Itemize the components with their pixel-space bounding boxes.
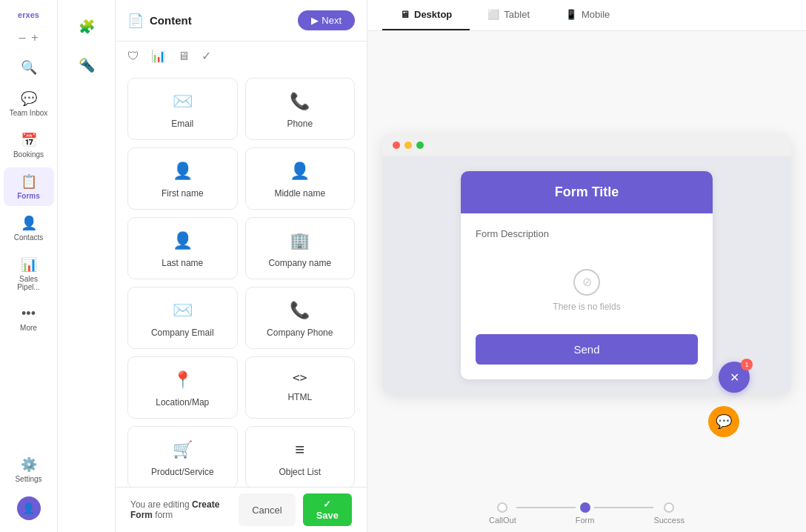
sidebar-item-bookings[interactable]: 📅 Bookings xyxy=(4,126,54,164)
save-button[interactable]: ✓ Save xyxy=(303,493,352,526)
sidebar-item-settings[interactable]: ⚙️ Settings xyxy=(4,450,54,489)
zoom-out-icon[interactable]: – xyxy=(19,31,25,44)
mobile-icon: 📱 xyxy=(565,9,577,20)
progress-steps: CallOut Form Success xyxy=(367,496,806,532)
field-card-company-email[interactable]: ✉️ Company Email xyxy=(127,287,238,349)
person-icon: 👤 xyxy=(173,162,193,181)
field-card-location-map[interactable]: 📍 Location/Map xyxy=(127,356,238,419)
tab-tablet[interactable]: ⬜ Tablet xyxy=(470,0,547,30)
field-card-phone[interactable]: 📞 Phone xyxy=(245,78,356,140)
sidebar-item-search[interactable]: 🔍 xyxy=(4,53,54,82)
step-label-success: Success xyxy=(653,516,685,525)
field-label: Product/Service xyxy=(151,467,214,477)
search-icon: 🔍 xyxy=(21,59,37,76)
step-success[interactable]: Success xyxy=(653,502,685,525)
next-arrow-icon: ▶ xyxy=(311,15,319,26)
field-label: Location/Map xyxy=(156,397,209,408)
tool-panel: 🧩 🔦 xyxy=(58,0,116,532)
sidebar-item-label: Contacts xyxy=(14,233,43,242)
x-button[interactable]: ✕ 1 xyxy=(719,362,750,393)
sidebar-item-sales-pipeline[interactable]: 📊 Sales Pipel... xyxy=(4,250,54,297)
monitor-icon[interactable]: 🖥 xyxy=(178,50,190,63)
browser-bar xyxy=(382,134,791,156)
tab-mobile[interactable]: 📱 Mobile xyxy=(547,0,627,30)
field-label: Phone xyxy=(287,119,313,129)
zoom-in-icon[interactable]: + xyxy=(31,31,38,44)
preview-content: Form Title Form Description ⊘ There is n… xyxy=(367,31,806,496)
field-label: HTML xyxy=(287,392,312,402)
browser-dot-yellow xyxy=(404,142,412,149)
content-title-row: 📄 Content xyxy=(127,13,192,29)
no-fields-text: There is no fields xyxy=(553,302,620,312)
sidebar-item-label: Forms xyxy=(17,192,40,200)
field-card-company-phone[interactable]: 📞 Company Phone xyxy=(245,287,356,349)
sidebar-item-team-inbox[interactable]: 💬 Team Inbox xyxy=(4,84,54,123)
field-card-object-list[interactable]: ≡ Object List xyxy=(245,426,356,487)
phone-icon: 📞 xyxy=(290,301,310,320)
avatar[interactable]: 👤 xyxy=(17,496,41,520)
cart-icon: 🛒 xyxy=(173,440,193,459)
field-label: Object List xyxy=(279,467,321,477)
x-icon: ✕ xyxy=(730,370,739,385)
field-label: Company name xyxy=(268,258,331,268)
list-icon: ≡ xyxy=(295,440,304,459)
bottom-bar: You are editing Create Form form Cancel … xyxy=(116,487,367,532)
app-logo: erxes xyxy=(12,7,45,22)
step-callout[interactable]: CallOut xyxy=(489,502,516,525)
field-card-email[interactable]: ✉️ Email xyxy=(127,78,238,140)
field-card-last-name[interactable]: 👤 Last name xyxy=(127,217,238,279)
building-icon: 🏢 xyxy=(290,231,310,250)
phone-icon: 📞 xyxy=(290,92,310,111)
cancel-button[interactable]: Cancel xyxy=(239,493,295,526)
person-icon: 👤 xyxy=(173,231,193,250)
next-button[interactable]: ▶ Next xyxy=(298,10,355,30)
form-card: Form Title Form Description ⊘ There is n… xyxy=(461,171,713,379)
preview-panel: 🖥 Desktop ⬜ Tablet 📱 Mobile xyxy=(367,0,806,532)
form-send-button[interactable]: Send xyxy=(476,334,698,365)
email-icon: ✉️ xyxy=(173,92,193,111)
puzzle-icon[interactable]: 🧩 xyxy=(72,12,101,41)
email-icon: ✉️ xyxy=(173,301,193,320)
form-title: Form Title xyxy=(461,171,713,213)
field-card-first-name[interactable]: 👤 First name xyxy=(127,147,238,210)
step-form[interactable]: Form xyxy=(576,502,595,525)
field-label: Middle name xyxy=(274,188,325,199)
sidebar-item-label: Team Inbox xyxy=(10,109,48,117)
preview-tabs: 🖥 Desktop ⬜ Tablet 📱 Mobile xyxy=(367,0,806,31)
zoom-controls: – + xyxy=(19,31,38,44)
browser-dot-green xyxy=(416,142,424,149)
form-body: Form Description ⊘ There is no fields Se… xyxy=(461,213,713,379)
sidebar-item-label: Sales Pipel... xyxy=(8,275,50,291)
field-label: Company Email xyxy=(151,327,214,338)
inbox-icon: 💬 xyxy=(21,90,37,107)
badge: 1 xyxy=(741,359,753,370)
lamp-icon[interactable]: 🔦 xyxy=(72,50,101,80)
step-label-callout: CallOut xyxy=(489,516,516,525)
content-icon: 📄 xyxy=(127,13,144,29)
field-card-product-service[interactable]: 🛒 Product/Service xyxy=(127,426,238,487)
form-no-fields: ⊘ There is no fields xyxy=(476,254,698,327)
check-icon[interactable]: ✓ xyxy=(202,49,211,63)
tab-desktop[interactable]: 🖥 Desktop xyxy=(382,0,470,30)
sidebar-item-more[interactable]: ••• More xyxy=(4,300,54,338)
shield-icon[interactable]: 🛡 xyxy=(127,50,139,63)
sidebar-item-contacts[interactable]: 👤 Contacts xyxy=(4,209,54,247)
browser-body: Form Title Form Description ⊘ There is n… xyxy=(382,156,791,394)
field-label: Company Phone xyxy=(267,327,333,338)
field-card-company-name[interactable]: 🏢 Company name xyxy=(245,217,356,279)
chat-widget[interactable]: 💬 xyxy=(708,406,739,437)
field-label: First name xyxy=(161,188,204,199)
save-check-icon: ✓ xyxy=(323,499,331,510)
contacts-icon: 👤 xyxy=(21,215,37,231)
chat-icon: 💬 xyxy=(716,413,732,430)
forms-icon: 📋 xyxy=(21,173,37,190)
step-connector xyxy=(516,507,576,508)
field-label: Email xyxy=(171,119,193,129)
field-card-middle-name[interactable]: 👤 Middle name xyxy=(245,147,356,210)
bar-chart-icon[interactable]: 📊 xyxy=(151,49,166,63)
sidebar-item-forms[interactable]: 📋 Forms xyxy=(4,167,54,206)
step-dot-form xyxy=(580,502,590,513)
no-fields-icon: ⊘ xyxy=(573,269,600,296)
form-description: Form Description xyxy=(476,228,698,239)
field-card-html[interactable]: <> HTML xyxy=(245,356,356,419)
